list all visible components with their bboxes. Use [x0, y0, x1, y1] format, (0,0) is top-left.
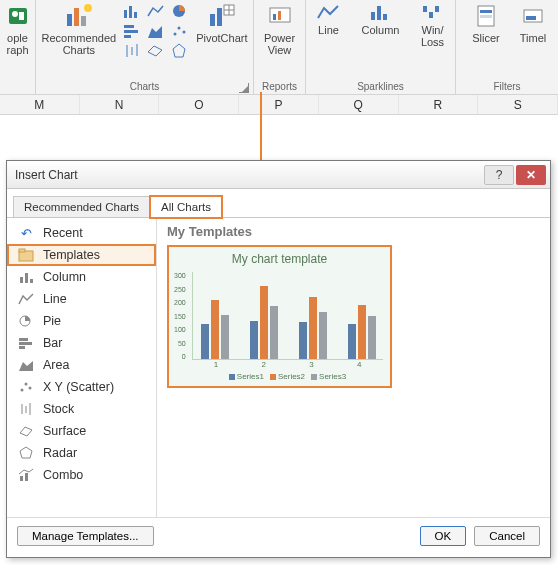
sparkline-winloss-icon: [420, 2, 446, 22]
nav-item-stock[interactable]: Stock: [7, 398, 156, 420]
charts-group-label: Charts: [42, 80, 247, 94]
dialog-body: ↶ Recent Templates Column Line Pie Ba: [7, 217, 550, 517]
timeline-button[interactable]: Timel: [515, 2, 551, 44]
slicer-button[interactable]: Slicer: [463, 2, 509, 44]
column-header[interactable]: M: [0, 95, 80, 114]
column-header[interactable]: P: [239, 95, 319, 114]
template-chart-plot: 300250200150100500 1234 Series1Series2Se…: [172, 268, 387, 383]
nav-item-templates[interactable]: Templates: [7, 244, 156, 266]
slicer-label: Slicer: [472, 32, 500, 44]
column-header[interactable]: N: [80, 95, 160, 114]
template-thumbnail[interactable]: My chart template 300250200150100500 123…: [167, 245, 392, 388]
nav-item-bar[interactable]: Bar: [7, 332, 156, 354]
svg-marker-58: [20, 427, 32, 436]
dialog-button-bar: Manage Templates... OK Cancel: [7, 517, 550, 554]
scatter-icon: [17, 379, 35, 395]
nav-item-column[interactable]: Column: [7, 266, 156, 288]
svg-point-16: [178, 27, 181, 30]
sparkline-column-button[interactable]: Column: [358, 2, 404, 36]
chart-type-column-icon[interactable]: [122, 2, 142, 20]
chart-type-surface-icon[interactable]: [146, 42, 166, 60]
nav-item-surface[interactable]: Surface: [7, 420, 156, 442]
tab-recommended-charts[interactable]: Recommended Charts: [13, 196, 150, 218]
people-graph-label: ople raph: [6, 32, 28, 56]
svg-marker-21: [148, 46, 162, 56]
nav-label: Area: [43, 358, 69, 372]
nav-label: X Y (Scatter): [43, 380, 114, 394]
help-button[interactable]: ?: [484, 165, 514, 185]
column-header[interactable]: R: [399, 95, 479, 114]
svg-rect-5: [81, 16, 86, 26]
combo-icon: [17, 467, 35, 483]
nav-label: Bar: [43, 336, 62, 350]
chart-type-radar-icon[interactable]: [170, 42, 190, 60]
sparkline-column-icon: [368, 2, 394, 22]
manage-templates-button[interactable]: Manage Templates...: [17, 526, 154, 546]
svg-rect-0: [9, 8, 27, 24]
svg-rect-12: [124, 30, 138, 33]
chart-type-area-icon[interactable]: [146, 22, 166, 40]
column-header[interactable]: O: [159, 95, 239, 114]
nav-item-scatter[interactable]: X Y (Scatter): [7, 376, 156, 398]
power-view-icon: [267, 2, 293, 30]
svg-rect-32: [377, 6, 381, 20]
dialog-tabs: Recommended Charts All Charts: [7, 189, 550, 217]
cancel-button[interactable]: Cancel: [474, 526, 540, 546]
nav-item-radar[interactable]: Radar: [7, 442, 156, 464]
svg-point-54: [29, 387, 32, 390]
svg-rect-60: [20, 476, 23, 481]
nav-label: Recent: [43, 226, 83, 240]
svg-marker-22: [173, 44, 185, 57]
svg-rect-30: [278, 11, 281, 20]
dialog-titlebar[interactable]: Insert Chart ? ✕: [7, 161, 550, 189]
sparkline-column-label: Column: [362, 24, 400, 36]
svg-rect-13: [124, 35, 131, 38]
nav-item-recent[interactable]: ↶ Recent: [7, 222, 156, 244]
nav-item-area[interactable]: Area: [7, 354, 156, 376]
pivotchart-button[interactable]: PivotChart: [196, 2, 247, 44]
power-view-label: Power View: [264, 32, 295, 56]
chart-type-line-icon[interactable]: [146, 2, 166, 20]
svg-rect-41: [526, 16, 536, 20]
chart-type-pie-icon[interactable]: [170, 2, 190, 20]
people-graph-button[interactable]: ople raph: [5, 2, 31, 56]
column-header[interactable]: S: [478, 95, 558, 114]
column-headers: M N O P Q R S: [0, 95, 558, 115]
close-button[interactable]: ✕: [516, 165, 546, 185]
nav-label: Surface: [43, 424, 86, 438]
charts-gallery[interactable]: [122, 2, 190, 60]
recommended-charts-button[interactable]: Recommended Charts: [42, 2, 117, 56]
svg-marker-14: [148, 26, 162, 38]
insert-chart-dialog: Insert Chart ? ✕ Recommended Charts All …: [6, 160, 551, 558]
area-icon: [17, 357, 35, 373]
svg-rect-23: [210, 14, 215, 26]
svg-marker-51: [19, 361, 33, 371]
svg-rect-43: [19, 249, 25, 252]
chart-category-nav: ↶ Recent Templates Column Line Pie Ba: [7, 218, 157, 517]
template-chart-title: My chart template: [172, 250, 387, 268]
nav-label: Pie: [43, 314, 61, 328]
svg-rect-45: [25, 273, 28, 283]
svg-point-6: [84, 4, 92, 12]
svg-rect-35: [429, 12, 433, 18]
power-view-button[interactable]: Power View: [257, 2, 303, 56]
sparkline-winloss-label: Win/ Loss: [421, 24, 444, 48]
svg-rect-9: [134, 12, 137, 18]
svg-rect-7: [124, 10, 127, 18]
chart-type-stock-icon[interactable]: [122, 42, 142, 60]
nav-item-pie[interactable]: Pie: [7, 310, 156, 332]
nav-item-line[interactable]: Line: [7, 288, 156, 310]
svg-rect-49: [19, 342, 32, 345]
sparkline-winloss-button[interactable]: Win/ Loss: [410, 2, 456, 48]
chart-type-bar-icon[interactable]: [122, 22, 142, 40]
column-header[interactable]: Q: [319, 95, 399, 114]
nav-item-combo[interactable]: Combo: [7, 464, 156, 486]
sparkline-line-button[interactable]: Line: [306, 2, 352, 36]
tab-all-charts[interactable]: All Charts: [150, 196, 222, 218]
chart-type-scatter-icon[interactable]: [170, 22, 190, 40]
timeline-label: Timel: [520, 32, 546, 44]
pie-icon: [17, 313, 35, 329]
charts-dialog-launcher[interactable]: [239, 83, 249, 93]
ok-button[interactable]: OK: [420, 526, 467, 546]
nav-label: Templates: [43, 248, 100, 262]
